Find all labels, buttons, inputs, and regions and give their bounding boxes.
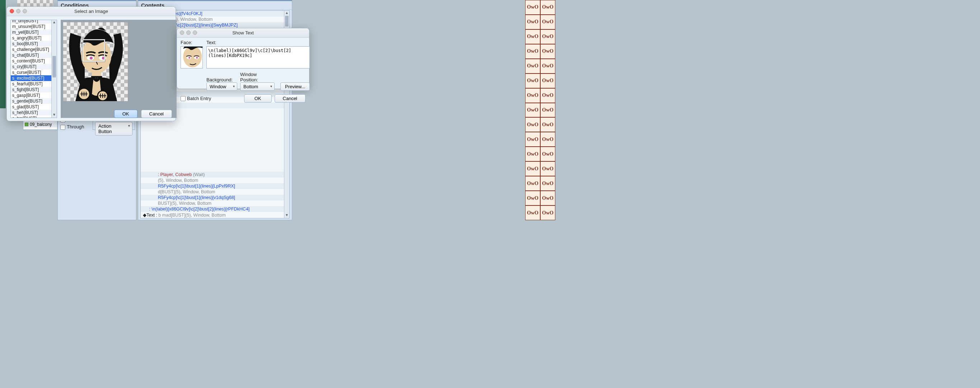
- tileset-tile[interactable]: OwO: [525, 59, 540, 73]
- tileset-tile[interactable]: OwO: [540, 29, 555, 44]
- code-line[interactable]: d[BUST](5), Window, Bottom: [141, 189, 284, 195]
- tileset-tile[interactable]: OwO: [540, 88, 555, 103]
- tileset-tile[interactable]: OwO: [540, 147, 555, 162]
- tileset-tile[interactable]: OwO: [525, 44, 540, 59]
- image-list-item[interactable]: s_excited[BUST]: [11, 75, 57, 81]
- svg-point-14: [196, 57, 198, 59]
- show-text-title: Show Text: [232, 30, 254, 35]
- background-select[interactable]: Window: [207, 82, 237, 91]
- image-list-item[interactable]: s_heh[BUST]: [11, 110, 57, 116]
- tileset-tile[interactable]: OwO: [540, 206, 555, 220]
- tileset-tile[interactable]: OwO: [540, 176, 555, 191]
- tileset-tile[interactable]: OwO: [540, 117, 555, 132]
- select-image-ok-button[interactable]: OK: [114, 110, 137, 118]
- image-list-item[interactable]: s_content[BUST]: [11, 58, 57, 64]
- tileset-tile[interactable]: OwO: [525, 191, 540, 206]
- image-list-item[interactable]: s_gasp[BUST]: [11, 92, 57, 98]
- tileset-tile[interactable]: OwO: [540, 162, 555, 176]
- image-list-item[interactable]: s_fearful[BUST]: [11, 81, 57, 87]
- minimize-icon[interactable]: [186, 30, 191, 35]
- show-text-ok-button[interactable]: OK: [244, 94, 272, 103]
- tileset-tile[interactable]: OwO: [540, 191, 555, 206]
- tileset-tile[interactable]: OwO: [525, 206, 540, 220]
- close-icon[interactable]: [10, 9, 14, 13]
- image-list-item[interactable]: m_um[BUST]: [11, 20, 57, 24]
- tileset-tile[interactable]: OwO: [540, 0, 555, 15]
- image-list-item[interactable]: m_unsure[BUST]: [11, 24, 57, 29]
- tileset-tile[interactable]: OwO: [540, 132, 555, 147]
- image-list-item[interactable]: s_gentle[BUST]: [11, 98, 57, 104]
- window-position-select[interactable]: Bottom: [240, 82, 275, 91]
- tileset-tile[interactable]: OwO: [525, 176, 540, 191]
- face-selector[interactable]: [181, 46, 203, 68]
- preview-button[interactable]: Preview...: [280, 82, 310, 91]
- code-line[interactable]: ◆Text : b mad[BUST](5), Window, Bottom: [141, 212, 284, 218]
- window-position-label: Window Position:: [240, 72, 275, 82]
- tileset-tile[interactable]: OwO: [525, 103, 540, 118]
- tileset-tile[interactable]: OwO: [525, 73, 540, 88]
- tileset-tile[interactable]: OwO: [525, 0, 540, 15]
- tileset-tile[interactable]: OwO: [525, 162, 540, 176]
- tileset-tile[interactable]: OwO: [540, 73, 555, 88]
- image-list-item[interactable]: s_challenge[BUST]: [11, 47, 57, 52]
- minimize-icon[interactable]: [16, 9, 21, 13]
- sidebar-09: 09_balcony: [30, 122, 52, 127]
- tileset-tile[interactable]: OwO: [525, 147, 540, 162]
- image-list-item[interactable]: m_yell[BUST]: [11, 29, 57, 35]
- tileset-palette[interactable]: OwOOwOOwOOwOOwOOwOOwOOwOOwOOwOOwOOwOOwOO…: [525, 0, 555, 220]
- batch-entry-checkbox[interactable]: Batch Entry: [181, 96, 211, 101]
- select-image-cancel-button[interactable]: Cancel: [141, 110, 172, 118]
- image-list-item[interactable]: s_cry[BUST]: [11, 64, 57, 70]
- face-label: Face:: [181, 40, 203, 45]
- through-checkbox[interactable]: Through: [60, 124, 84, 130]
- image-list-item[interactable]: s_hm[BUST]: [11, 116, 57, 118]
- image-preview[interactable]: [60, 20, 177, 118]
- background-label: Background:: [207, 77, 237, 82]
- tileset-tile[interactable]: OwO: [525, 15, 540, 29]
- image-list-item[interactable]: s_boo[BUST]: [11, 41, 57, 47]
- tileset-tile[interactable]: OwO: [525, 29, 540, 44]
- zoom-icon[interactable]: [22, 9, 27, 13]
- image-list[interactable]: m_um[BUST]m_unsure[BUST]m_yell[BUST]s_an…: [10, 20, 57, 118]
- image-list-item[interactable]: s_chat[BUST]: [11, 52, 57, 58]
- bust-portrait: [63, 22, 128, 101]
- zoom-icon[interactable]: [193, 30, 197, 35]
- code-line[interactable]: : Player, Cobweb (Wait): [141, 172, 284, 177]
- select-image-title: Select an Image: [74, 9, 108, 14]
- svg-point-13: [188, 57, 190, 59]
- show-text-window: Show Text Face:: [177, 28, 309, 89]
- tileset-tile[interactable]: OwO: [525, 132, 540, 147]
- code-line[interactable]: (5), Window, Bottom: [141, 177, 284, 183]
- tileset-tile[interactable]: OwO: [540, 103, 555, 118]
- image-list-item[interactable]: s_fight[BUST]: [11, 87, 57, 92]
- tileset-tile[interactable]: OwO: [540, 59, 555, 73]
- code-line[interactable]: R5Fy4cp]\c[1]\bust[1](lines)[v1dqSg68]: [141, 195, 284, 200]
- tileset-tile[interactable]: OwO: [525, 88, 540, 103]
- select-image-window: Select an Image m_um[BUST]m_unsure[BUST]…: [6, 6, 176, 121]
- image-list-item[interactable]: s_glad[BUST]: [11, 104, 57, 110]
- close-icon[interactable]: [180, 30, 184, 35]
- image-list-item[interactable]: s_angry[BUST]: [11, 35, 57, 41]
- image-list-item[interactable]: s_curse[BUST]: [11, 70, 57, 75]
- trigger-select[interactable]: Action Button: [95, 122, 132, 136]
- show-text-cancel-button[interactable]: Cancel: [275, 94, 305, 103]
- tileset-tile[interactable]: OwO: [540, 15, 555, 29]
- code-line[interactable]: : \n(label)[x86GCl9v]\c[2]\bust[2](lines…: [141, 206, 284, 212]
- code-line[interactable]: BUST](5), Window, Bottom: [141, 200, 284, 206]
- tileset-tile[interactable]: OwO: [525, 117, 540, 132]
- tileset-tile[interactable]: OwO: [540, 44, 555, 59]
- code-line[interactable]: R5Fy4cp]\c[1]\bust[1](lines)[LpPxf9RX]: [141, 183, 284, 189]
- text-label: Text:: [207, 40, 310, 45]
- text-input[interactable]: [207, 46, 310, 68]
